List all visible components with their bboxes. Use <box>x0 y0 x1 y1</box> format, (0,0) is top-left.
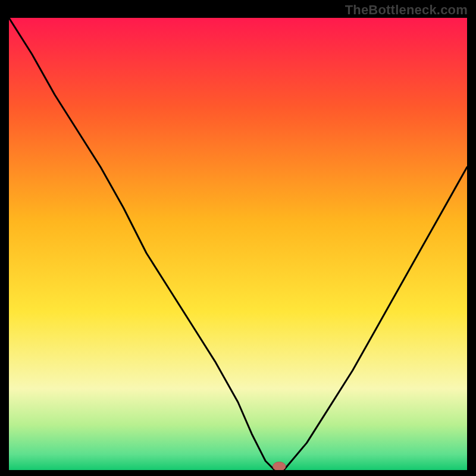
minimum-marker <box>273 462 286 470</box>
chart-frame: TheBottleneck.com <box>0 0 476 476</box>
watermark-label: TheBottleneck.com <box>345 2 468 18</box>
chart-svg <box>9 18 467 470</box>
plot-area <box>9 18 467 470</box>
